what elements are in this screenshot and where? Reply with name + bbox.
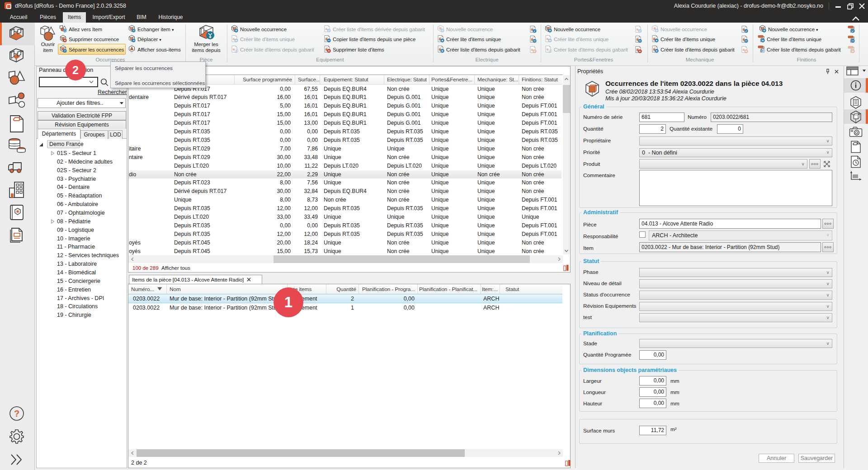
svg-text:?: ? — [14, 409, 19, 418]
